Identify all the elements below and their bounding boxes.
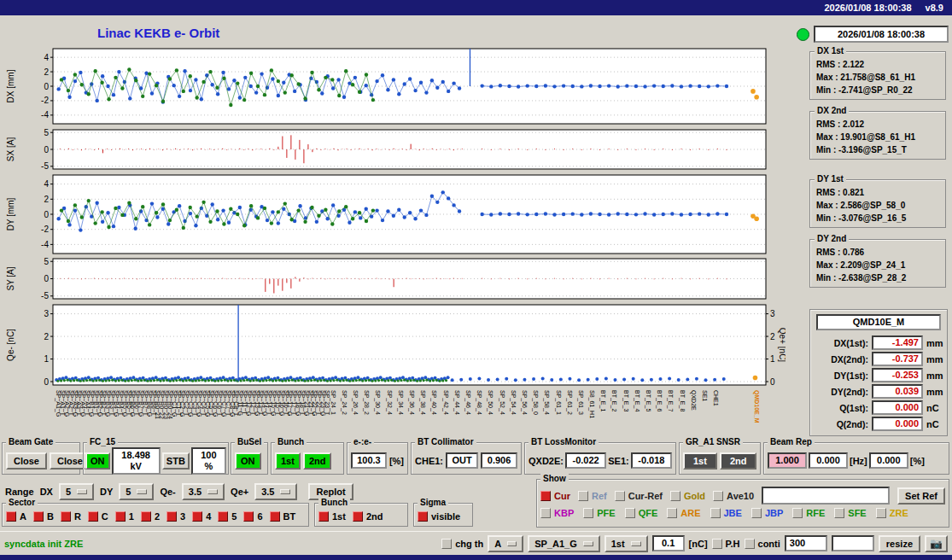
monitor-row-unit: mm	[926, 387, 943, 397]
show-region-checkbox[interactable]: SFE	[834, 508, 866, 518]
stat-box: DX 2nd RMS : 2.012 Max : 19.901@S8_61_H1…	[809, 111, 946, 160]
show-region-checkbox[interactable]: ARE	[667, 508, 700, 518]
monitor-row: DX(1st): -1.497 mm	[814, 335, 943, 351]
monitor-row-value: -0.737	[872, 352, 923, 366]
stat-min: Min : -3.076@SP_16_5	[816, 212, 942, 225]
linac-orbit-window: 2026/01/08 18:00:38 v8.9 Linac KEKB e- O…	[0, 0, 952, 560]
show-region-checkbox[interactable]: QFE	[625, 508, 658, 518]
bunch-order-select[interactable]: 1st	[604, 535, 648, 552]
checkbox-indicator	[792, 508, 803, 518]
sector-checkbox[interactable]: 2	[141, 511, 160, 522]
sector-checkbox[interactable]: 6	[243, 511, 262, 522]
ph-checkbox[interactable]: P.H	[712, 539, 740, 549]
fc15-duty-value: 100 %	[191, 447, 226, 475]
gr-snsr-label: GR_A1 SNSR	[683, 437, 743, 446]
beam-gate-close-1-button[interactable]: Close	[6, 452, 47, 470]
beam-rep-label: Beam Rep	[768, 437, 815, 446]
sector-checkbox-label: B	[47, 511, 54, 522]
checkbox-indicator	[318, 511, 329, 522]
range-qem-select[interactable]: 3.5	[182, 483, 225, 500]
stat-min: Min : -2.638@SP_28_2	[816, 271, 942, 284]
stat-box: DY 2nd RMS : 0.786 Max : 2.209@SP_24_1 M…	[809, 239, 946, 288]
sector-select[interactable]: A	[488, 535, 523, 552]
sector-checkbox[interactable]: B	[33, 511, 54, 522]
sector-checkbox-label: 4	[206, 511, 211, 522]
bpm-select[interactable]: SP_A1_G	[528, 535, 600, 552]
sector-checkbox-label: BT	[283, 511, 296, 522]
stat-title: DY 1st	[815, 174, 846, 184]
show-region-checkbox[interactable]: JBP	[751, 508, 783, 518]
svg-text:SP_52_4: SP_52_4	[499, 390, 505, 415]
option-menu-bar-icon	[507, 541, 517, 546]
bt-lossmonitor-label: BT LossMonitor	[529, 437, 599, 446]
checkbox-indicator	[166, 511, 177, 522]
bunch-checkbox[interactable]: 1st	[318, 511, 346, 522]
bunch-2nd-button[interactable]: 2nd	[303, 452, 332, 470]
show-series-checkbox[interactable]: Ave10	[713, 491, 754, 501]
bunch-1st-button[interactable]: 1st	[275, 452, 301, 470]
fc15-stb-button[interactable]: STB	[162, 452, 190, 470]
window-titlebar: 2026/01/08 18:00:38 v8.9	[0, 0, 952, 15]
sigma-group: Sigma visible	[413, 503, 473, 527]
range-dy-select[interactable]: 5	[119, 483, 154, 500]
sigma-visible-checkbox[interactable]: visible	[418, 511, 460, 522]
svg-text:SX [A]: SX [A]	[6, 137, 15, 162]
beam-gate-group: Beam Gate Close Close	[2, 442, 80, 475]
show-series-checkbox[interactable]: Ref	[578, 491, 607, 501]
sector-checkbox[interactable]: A	[6, 511, 26, 522]
stat-max: Max : 2.586@SP_58_0	[816, 199, 942, 212]
checkbox-indicator	[751, 508, 762, 518]
sector-checkbox[interactable]: 1	[115, 511, 134, 522]
show-series-label: Cur-Ref	[628, 491, 663, 501]
svg-text:SP_32_4: SP_32_4	[386, 390, 393, 415]
monitor-title: QMD10E_M	[816, 314, 941, 330]
status-bar-controls: chg th A SP_A1_G 1st 0.1 [nC] P.H conti …	[441, 535, 952, 552]
set-ref-button[interactable]: Set Ref	[897, 487, 945, 505]
show-region-checkbox[interactable]: RFE	[792, 508, 825, 518]
checkbox-indicator	[33, 511, 44, 522]
svg-text:SP_48_4: SP_48_4	[476, 390, 482, 415]
sector-checkbox[interactable]: 4	[192, 511, 211, 522]
ref-file-input[interactable]	[762, 487, 890, 505]
checkbox-indicator	[115, 511, 126, 522]
svg-text:SE1: SE1	[702, 390, 708, 401]
monitor-panel: QMD10E_M DX(1st): -1.497 mm DX(2nd): -0.…	[809, 309, 948, 436]
sector-checkbox[interactable]: C	[88, 511, 108, 522]
camera-icon: 📷	[930, 538, 943, 550]
resize-button[interactable]: resize	[879, 535, 920, 552]
conti-checkbox[interactable]: conti	[745, 539, 780, 549]
show-region-checkbox[interactable]: PFE	[583, 508, 615, 518]
bunch-select-label: Bunch	[318, 498, 350, 507]
show-region-checkbox[interactable]: JBE	[710, 508, 742, 518]
screenshot-camera-button[interactable]: 📷	[925, 535, 948, 552]
svg-text:SP_46_4: SP_46_4	[464, 390, 471, 415]
show-region-checkbox[interactable]: KBP	[540, 508, 574, 518]
sector-label: Sector	[6, 498, 38, 507]
sector-checkbox[interactable]: 3	[166, 511, 185, 522]
bt-collimator-label: BT Collimator	[415, 437, 476, 446]
stat-max: Max : 2.209@SP_24_1	[816, 259, 942, 271]
sector-checkbox-label: C	[102, 511, 108, 522]
show-region-checkbox[interactable]: ZRE	[876, 508, 908, 518]
sector-checkbox[interactable]: R	[61, 511, 81, 522]
range-dx-select[interactable]: 5	[59, 483, 94, 500]
status-message: syncdata init ZRE	[4, 539, 83, 549]
checkbox-indicator	[745, 539, 755, 549]
show-series-checkbox[interactable]: Cur-Ref	[615, 491, 663, 501]
bunch-group: Bunch 1st 2nd	[271, 442, 344, 475]
snsr-2nd-button[interactable]: 2nd	[720, 452, 757, 470]
show-series-checkbox[interactable]: Gold	[670, 491, 705, 501]
show-series-checkbox[interactable]: Cur	[540, 491, 570, 501]
chg-th-checkbox[interactable]: chg th	[441, 539, 483, 549]
busel-on-button[interactable]: ON	[235, 452, 261, 470]
bunch-checkbox[interactable]: 2nd	[353, 511, 383, 522]
range-qep-select[interactable]: 3.5	[254, 483, 297, 500]
sector-checkbox[interactable]: 5	[218, 511, 237, 522]
snsr-1st-button[interactable]: 1st	[683, 452, 717, 470]
fc15-on-button[interactable]: ON	[85, 452, 110, 470]
range-row: Range DX 5 DY 5 Qe- 3.5 Qe+ 3.5 Replot	[5, 483, 353, 500]
sector-checkbox[interactable]: BT	[270, 511, 296, 522]
checkbox-indicator	[615, 491, 625, 501]
beam-gate-label: Beam Gate	[6, 437, 55, 446]
sector-checkbox-label: 5	[231, 511, 237, 522]
